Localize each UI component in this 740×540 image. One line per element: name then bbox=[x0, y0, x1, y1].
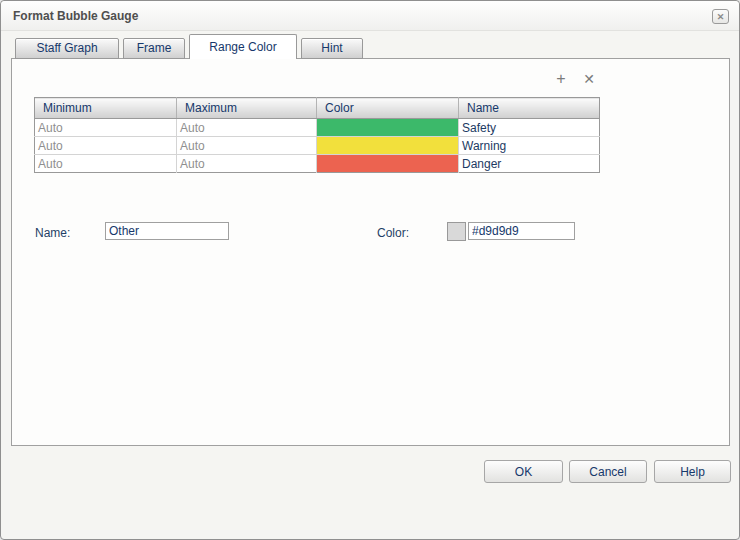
column-header-name: Name bbox=[459, 98, 600, 119]
color-picker-swatch[interactable] bbox=[447, 222, 466, 241]
tab-range-color[interactable]: Range Color bbox=[189, 34, 297, 59]
name-field-label: Name: bbox=[35, 225, 70, 242]
name-cell: Danger bbox=[459, 155, 600, 173]
color-swatch bbox=[317, 155, 458, 172]
dialog-titlebar[interactable]: Format Bubble Gauge ✕ bbox=[1, 1, 739, 31]
table-row-safety[interactable]: Auto Auto Safety bbox=[35, 119, 600, 137]
name-cell: Warning bbox=[459, 137, 600, 155]
maximum-cell: Auto bbox=[177, 155, 317, 173]
help-button[interactable]: Help bbox=[654, 460, 731, 483]
table-header-row: Minimum Maximum Color Name bbox=[35, 98, 600, 119]
table-row-danger[interactable]: Auto Auto Danger bbox=[35, 155, 600, 173]
name-cell: Safety bbox=[459, 119, 600, 137]
maximum-cell: Auto bbox=[177, 137, 317, 155]
tab-frame[interactable]: Frame bbox=[123, 38, 185, 59]
maximum-cell: Auto bbox=[177, 119, 317, 137]
color-input[interactable] bbox=[468, 222, 575, 240]
range-color-table: Minimum Maximum Color Name Auto Auto Saf… bbox=[34, 97, 600, 173]
minimum-cell: Auto bbox=[35, 155, 177, 173]
color-swatch bbox=[317, 137, 458, 154]
dialog-title: Format Bubble Gauge bbox=[13, 1, 138, 31]
delete-range-icon[interactable]: ✕ bbox=[581, 71, 597, 87]
tab-staff-graph[interactable]: Staff Graph bbox=[15, 38, 119, 59]
table-row-warning[interactable]: Auto Auto Warning bbox=[35, 137, 600, 155]
ok-button[interactable]: OK bbox=[484, 460, 563, 483]
range-color-panel: + ✕ Minimum Maximum Color Name Auto Auto bbox=[11, 58, 730, 446]
minimum-cell: Auto bbox=[35, 119, 177, 137]
color-cell bbox=[317, 137, 459, 155]
column-header-color: Color bbox=[317, 98, 459, 119]
close-icon[interactable]: ✕ bbox=[712, 9, 729, 24]
color-cell bbox=[317, 119, 459, 137]
color-cell bbox=[317, 155, 459, 173]
tab-hint[interactable]: Hint bbox=[301, 38, 363, 59]
format-bubble-gauge-dialog: Format Bubble Gauge ✕ Staff Graph Frame … bbox=[0, 0, 740, 540]
name-input[interactable] bbox=[105, 222, 229, 240]
column-header-maximum: Maximum bbox=[177, 98, 317, 119]
cancel-button[interactable]: Cancel bbox=[569, 460, 647, 483]
color-swatch bbox=[317, 119, 458, 136]
add-range-icon[interactable]: + bbox=[553, 71, 569, 87]
column-header-minimum: Minimum bbox=[35, 98, 177, 119]
minimum-cell: Auto bbox=[35, 137, 177, 155]
color-field-label: Color: bbox=[377, 225, 409, 242]
